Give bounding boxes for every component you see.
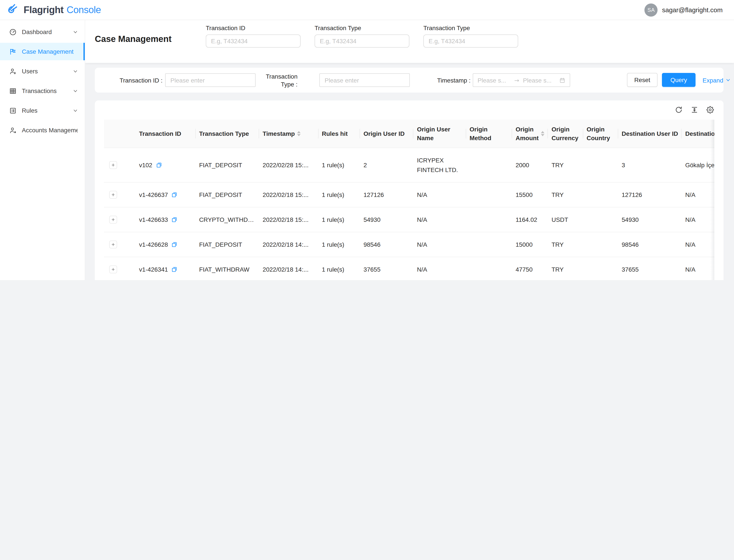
cell-timestamp: 2022/02/18 15:...: [259, 182, 318, 207]
sidebar-item-transactions[interactable]: Transactions: [0, 82, 85, 100]
cases-table-card: Transaction IDTransaction TypeTimestampR…: [95, 100, 724, 280]
cell-origin_currency: TRY: [548, 257, 583, 280]
cell-origin_currency: USDT: [548, 207, 583, 232]
table-row: v1-426341FIAT_WITHDRAW2022/02/18 14:...1…: [104, 257, 714, 280]
column-label: Origin Country: [587, 125, 615, 142]
column-label: Origin User ID: [363, 129, 405, 138]
copy-icon[interactable]: [171, 241, 178, 248]
cell-rules_hit: 1 rule(s): [318, 257, 360, 280]
cell-origin_currency: TRY: [548, 232, 583, 257]
cell-origin_amount: 1164.02: [512, 207, 548, 232]
cell-destination_user_name: Gökalp İçer: [682, 148, 714, 182]
expand-link[interactable]: Expand: [703, 68, 731, 93]
user-add-icon: [9, 67, 17, 75]
header-filter-input-transaction-type-2[interactable]: [424, 34, 518, 48]
column-label: Timestamp: [262, 129, 295, 138]
column-height-icon[interactable]: [691, 106, 698, 114]
column-header-timestamp[interactable]: Timestamp: [259, 120, 318, 148]
expand-row-button[interactable]: [109, 161, 117, 169]
plus-icon: [111, 163, 115, 167]
cell-origin_user_id: 2: [360, 148, 414, 182]
transaction-id-text: v1-426628: [139, 240, 168, 249]
topbar: FlagrightConsole SA sagar@flagright.com: [0, 0, 734, 20]
expand-row-button[interactable]: [109, 241, 117, 248]
cell-origin_user_id: 54930: [360, 207, 414, 232]
sidebar-item-dashboard[interactable]: Dashboard: [0, 23, 85, 41]
sort-carets-icon[interactable]: [541, 131, 545, 136]
sidebar-item-accounts-management[interactable]: Accounts Management: [0, 121, 85, 139]
reload-icon[interactable]: [675, 106, 682, 114]
sidebar-item-users[interactable]: Users: [0, 62, 85, 80]
cell-destination_user_name: N/A: [682, 207, 714, 232]
cell-origin_country: [583, 257, 618, 280]
cell-origin_currency: TRY: [548, 182, 583, 207]
expand-row-button[interactable]: [109, 265, 117, 273]
cell-transaction-id: v1-426628: [135, 232, 195, 257]
timestamp-range-picker[interactable]: Please s... Please s...: [473, 73, 570, 87]
column-header-origin_user_id: Origin User ID: [360, 120, 414, 148]
header-filter-transaction-id-0: Transaction ID: [206, 24, 300, 48]
copy-icon[interactable]: [171, 217, 178, 223]
app: FlagrightConsole SA sagar@flagright.com …: [0, 0, 734, 280]
cell-origin_country: [583, 148, 618, 182]
column-label: Destination User ID: [622, 129, 678, 138]
cell-origin_amount: 15000: [512, 232, 548, 257]
chevron-down-icon: [726, 78, 731, 83]
cell-transaction_type: CRYPTO_WITHDR...: [195, 207, 259, 232]
transaction-id-text: v1-426637: [139, 190, 168, 200]
timestamp-start-placeholder: Please s...: [478, 77, 511, 84]
main-header: Case Management Transaction IDTransactio…: [85, 20, 734, 63]
filter-transaction-type-input[interactable]: [319, 73, 410, 87]
cell-destination_user_id: 127126: [618, 182, 682, 207]
expand-row-button[interactable]: [109, 191, 117, 199]
column-header-origin_user_name: Origin User Name: [414, 120, 466, 148]
transaction-id-text: v102: [139, 160, 152, 170]
filter-timestamp-label: Timestamp :: [431, 77, 471, 84]
user-menu[interactable]: SA sagar@flagright.com: [645, 3, 723, 16]
column-label: Origin Amount: [516, 125, 539, 142]
table-row: v1-426637FIAT_DEPOSIT2022/02/18 15:...1 …: [104, 182, 714, 207]
transaction-id-text: v1-426633: [139, 215, 168, 224]
cell-transaction_type: FIAT_DEPOSIT: [195, 182, 259, 207]
copy-icon[interactable]: [171, 192, 178, 198]
cell-timestamp: 2022/02/28 15:...: [259, 148, 318, 182]
sidebar-item-rules[interactable]: Rules: [0, 102, 85, 119]
header-filter-input-transaction-type-1[interactable]: [314, 34, 410, 48]
header-filter-transaction-type-1: Transaction Type: [314, 24, 410, 48]
flagright-bird-icon: [7, 3, 20, 16]
settings-gear-icon[interactable]: [706, 106, 714, 114]
expand-label: Expand: [703, 77, 723, 84]
cell-origin_country: [583, 232, 618, 257]
timestamp-end-placeholder: Please s...: [523, 77, 556, 84]
expand-row-button[interactable]: [109, 216, 117, 224]
sort-carets-icon[interactable]: [297, 131, 300, 136]
cell-origin_user_id: 98546: [360, 232, 414, 257]
header-filter-input-transaction-id-0[interactable]: [206, 34, 300, 48]
column-label: Rules hit: [322, 129, 347, 138]
cell-rules_hit: 1 rule(s): [318, 207, 360, 232]
cell-rules_hit: 1 rule(s): [318, 182, 360, 207]
column-header-origin_amount[interactable]: Origin Amount: [512, 120, 548, 148]
copy-icon[interactable]: [156, 162, 162, 168]
copy-icon[interactable]: [171, 266, 178, 272]
filter-transaction-id-input[interactable]: [165, 73, 255, 87]
cell-origin_user_name: N/A: [414, 207, 466, 232]
plus-icon: [111, 242, 115, 247]
reset-button[interactable]: Reset: [627, 73, 658, 87]
brand-logo[interactable]: FlagrightConsole: [7, 3, 101, 16]
query-button[interactable]: Query: [662, 73, 696, 87]
sidebar-item-label: Rules: [22, 107, 68, 114]
column-header-origin_country: Origin Country: [583, 120, 618, 148]
column-label: Origin Method: [470, 125, 509, 142]
column-label: Origin Currency: [552, 125, 580, 142]
cell-origin_method: [466, 207, 512, 232]
chevron-down-icon: [73, 29, 78, 34]
sidebar-item-case-management[interactable]: Case Management: [0, 43, 85, 60]
plus-icon: [111, 267, 115, 272]
cell-origin_amount: 47750: [512, 257, 548, 280]
filter-transaction-type-label: Transaction Type :: [264, 72, 297, 88]
header-filter-transaction-type-2: Transaction Type: [424, 24, 518, 48]
flag-icon: [9, 48, 17, 55]
cell-origin_country: [583, 182, 618, 207]
cell-origin_user_name: N/A: [414, 257, 466, 280]
